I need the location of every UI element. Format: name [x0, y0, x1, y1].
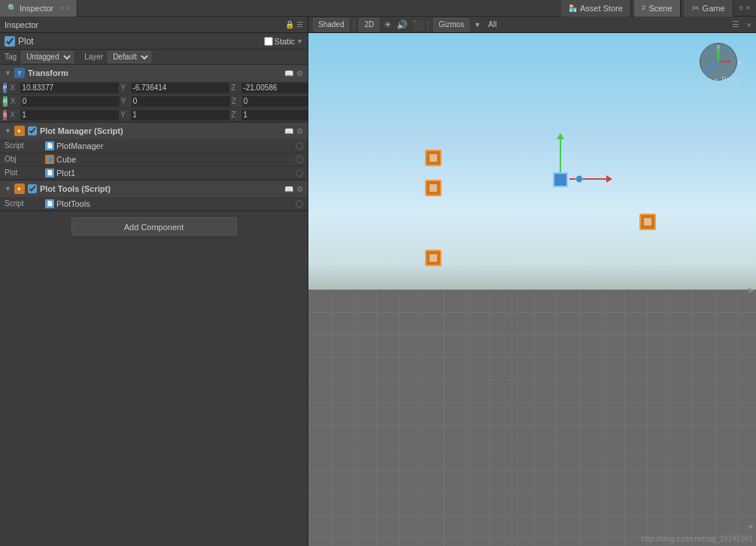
- plot-tools-icon: ✦: [14, 184, 25, 194]
- transform-fold-icon[interactable]: ▼: [5, 69, 11, 77]
- rotation-y-field: Y: [121, 96, 230, 107]
- script-label: Script: [5, 141, 42, 150]
- gizmos-dropdown-icon[interactable]: ▼: [474, 21, 481, 29]
- asset-store-icon: 🏪: [569, 5, 577, 12]
- inspector-tab-options: ≡ ×: [59, 5, 69, 12]
- y-arrow-head: [557, 133, 564, 139]
- plot-manager-header: ▼ ✦ Plot Manager (Script) 📖 ⚙: [0, 123, 308, 139]
- cube-icon-2[interactable]: [425, 180, 442, 196]
- rotation-x-field: X: [11, 96, 120, 107]
- plot-manager-book-icon[interactable]: 📖: [284, 127, 293, 135]
- plot-manager-title: Plot Manager (Script): [40, 126, 281, 135]
- gizmo-x-label: x: [738, 59, 741, 65]
- plot-tools-gear-icon[interactable]: ⚙: [296, 185, 303, 193]
- scale-y-field: Y: [120, 110, 229, 120]
- position-x-field: X: [10, 83, 119, 93]
- transform-book-icon[interactable]: 📖: [284, 69, 293, 77]
- cube-icon-1[interactable]: [425, 150, 442, 166]
- 2d-button[interactable]: 2D: [359, 18, 379, 32]
- inspector-header-title: Inspector: [5, 20, 38, 29]
- transform-title: Transform: [28, 68, 281, 77]
- tag-select[interactable]: Untagged: [21, 51, 74, 63]
- shaded-button[interactable]: Shaded: [313, 18, 349, 32]
- plot-tools-circle[interactable]: [296, 200, 303, 208]
- transform-gear-icon[interactable]: ⚙: [296, 69, 303, 77]
- plot-tools-fold-icon[interactable]: ▼: [5, 185, 11, 193]
- persp-label[interactable]: ← Persp: [713, 75, 739, 83]
- position-z-label: Z: [231, 83, 240, 92]
- add-component-button[interactable]: Add Component: [71, 217, 237, 235]
- position-z-field: Z: [231, 83, 308, 93]
- plot-manager-gear-icon[interactable]: ⚙: [296, 127, 303, 135]
- scroll-bottom-arrow[interactable]: ▼: [747, 522, 754, 531]
- plot-tools-book-icon[interactable]: 📖: [284, 185, 293, 193]
- layer-select[interactable]: Default: [108, 51, 151, 63]
- scene-close-icon[interactable]: ×: [747, 20, 751, 29]
- svg-line-4: [709, 62, 718, 69]
- plot-circle[interactable]: [296, 169, 303, 177]
- scene-viewport[interactable]: y x ← ← Persp: [308, 33, 756, 546]
- scale-y-input[interactable]: [131, 110, 229, 120]
- rotation-z-input[interactable]: [242, 96, 308, 107]
- x-arrow-head: [606, 175, 612, 183]
- scale-z-input[interactable]: [241, 110, 308, 120]
- plot-tools-script-value-group: 📄 PlotTools: [45, 199, 303, 208]
- position-icon: P: [3, 83, 7, 93]
- inspector-tab-icon: 🔍: [8, 4, 17, 12]
- position-x-input[interactable]: [20, 83, 119, 93]
- inspector-lock-icon[interactable]: 🔒: [285, 20, 294, 29]
- tab-scene[interactable]: # Scene: [634, 0, 681, 17]
- object-row: Plot Static ▼: [0, 33, 308, 50]
- position-z-input[interactable]: [241, 83, 308, 93]
- game-tab-label: Game: [703, 4, 725, 13]
- rotation-y-input[interactable]: [132, 96, 230, 107]
- effects-icon[interactable]: ⬛: [412, 20, 424, 30]
- asset-store-label: Asset Store: [580, 4, 623, 13]
- static-group: Static ▼: [264, 37, 303, 46]
- scene-gizmo[interactable]: y x ← ← Persp: [696, 39, 741, 84]
- tab-inspector[interactable]: 🔍 Inspector ≡ ×: [0, 0, 77, 17]
- script-file-icon: 📄: [45, 141, 54, 150]
- scale-x-label: X: [10, 111, 19, 119]
- plot-value-name: Plot1: [56, 168, 75, 177]
- toolbar-sep-1: [354, 20, 354, 30]
- static-dropdown-icon[interactable]: ▼: [296, 38, 303, 45]
- scale-row: S X Y Z: [0, 108, 308, 122]
- audio-icon[interactable]: 🔊: [396, 20, 408, 30]
- script-circle[interactable]: [296, 142, 303, 150]
- plot-file-icon: 📄: [45, 168, 54, 177]
- plot-tools-title: Plot Tools (Script): [40, 184, 281, 193]
- tab-bar-options[interactable]: ≡ ×: [736, 4, 753, 12]
- toolbar-sep-2: [428, 20, 429, 30]
- plot-tools-checkbox[interactable]: [28, 184, 37, 193]
- scale-x-input[interactable]: [20, 110, 119, 120]
- rotation-x-label: X: [11, 97, 20, 105]
- cube-icon-4[interactable]: [639, 214, 656, 230]
- rotation-y-label: Y: [121, 97, 130, 105]
- tab-asset-store[interactable]: 🏪 Asset Store: [561, 0, 631, 17]
- tab-game[interactable]: 🎮 Game: [684, 0, 733, 17]
- game-tab-icon: 🎮: [691, 5, 700, 12]
- scene-menu-icon[interactable]: ☰: [732, 20, 739, 29]
- cube-icon-3[interactable]: [425, 250, 442, 266]
- gizmos-button[interactable]: Gizmos: [433, 18, 469, 32]
- scroll-right-arrow[interactable]: ▶: [748, 285, 754, 294]
- object-active-checkbox[interactable]: [5, 36, 15, 47]
- plot-manager-checkbox[interactable]: [28, 126, 37, 135]
- scene-tab-icon: #: [642, 4, 646, 12]
- selected-cube[interactable]: [553, 172, 568, 187]
- lighting-icon[interactable]: ☀: [384, 20, 392, 30]
- position-row: P X Y Z: [0, 81, 308, 95]
- rotation-x-input[interactable]: [21, 96, 120, 107]
- plot-manager-fold-icon[interactable]: ▼: [5, 127, 11, 135]
- transform-icon: T: [14, 68, 25, 78]
- plot-tools-script-label: Script: [5, 199, 42, 208]
- static-checkbox[interactable]: [264, 37, 273, 46]
- position-y-input[interactable]: [131, 83, 229, 93]
- scale-fields: X Y Z: [10, 110, 308, 120]
- inspector-menu-icon[interactable]: ☰: [296, 20, 303, 29]
- scene-panel: Shaded 2D ☀ 🔊 ⬛ Gizmos ▼ All ☰ ×: [308, 17, 756, 546]
- obj-label: Obj: [5, 155, 42, 163]
- static-label: Static: [275, 37, 296, 46]
- obj-circle[interactable]: [296, 156, 303, 163]
